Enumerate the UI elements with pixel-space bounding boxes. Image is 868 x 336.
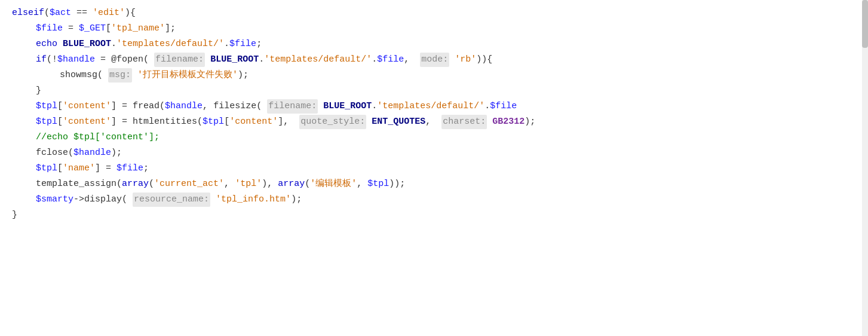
code-token: .: [372, 53, 377, 67]
code-token: elseif: [12, 6, 44, 20]
code-token: 'tpl_name': [111, 22, 165, 36]
code-line: template_assign(array('current_act', 'tp…: [0, 177, 868, 193]
code-token: ] =: [111, 99, 133, 114]
code-token: (: [68, 146, 73, 160]
code-token: BLUE_ROOT: [63, 37, 111, 51]
code-token: ==: [71, 6, 93, 20]
code-token: if: [36, 53, 47, 67]
scrollbar[interactable]: [862, 0, 868, 336]
code-token: [318, 99, 323, 114]
code-token: );: [525, 115, 535, 129]
code-token: 'templates/default/': [264, 53, 372, 67]
code-token: //echo $tpl['content'];: [36, 130, 160, 145]
code-token: ,: [203, 99, 213, 114]
code-token: mode:: [420, 53, 449, 67]
code-token: filename:: [267, 99, 318, 114]
code-token: fclose: [36, 146, 68, 160]
code-token: =: [95, 53, 111, 67]
code-token: ,: [425, 115, 441, 129]
code-token: msg:: [108, 68, 132, 83]
code-token: ;: [256, 37, 262, 51]
code-token: .: [372, 99, 377, 114]
code-token: 'tpl': [235, 177, 262, 191]
code-token: @fopen: [111, 53, 143, 67]
code-token: $file: [36, 22, 63, 36]
code-token: ] =: [95, 161, 116, 176]
code-token: [210, 193, 216, 207]
scrollbar-thumb[interactable]: [862, 0, 868, 48]
code-token: quote_style:: [299, 115, 366, 129]
code-token: htmlentities: [133, 115, 197, 129]
code-token: (: [143, 53, 154, 67]
code-line: if(!$handle = @fopen( filename: BLUE_ROO…: [0, 53, 868, 68]
code-token: array: [122, 177, 149, 191]
code-token: GB2312: [492, 115, 525, 129]
code-token: 'name': [63, 161, 95, 176]
code-token: $handle: [73, 146, 111, 160]
code-token: ->display(: [73, 193, 133, 207]
code-token: (: [116, 177, 122, 191]
code-token: .: [111, 37, 116, 51]
code-token: (: [305, 177, 310, 191]
code-token: echo: [36, 37, 57, 51]
code-token: );: [238, 68, 249, 83]
code-token: .: [484, 99, 490, 114]
code-token: $tpl: [367, 177, 389, 191]
code-token: 'content': [63, 99, 111, 114]
code-token: [: [224, 115, 229, 129]
code-line: //echo $tpl['content'];: [0, 130, 868, 146]
code-token: showmsg: [60, 68, 97, 83]
code-token: ],: [278, 115, 299, 129]
code-token: (!: [47, 53, 57, 67]
code-line: $tpl['content'] = htmlentities($tpl['con…: [0, 115, 868, 130]
code-token: $file: [229, 37, 256, 51]
code-token: ));: [389, 177, 405, 191]
code-token: template_assign: [36, 177, 116, 191]
code-token: );: [291, 193, 302, 207]
code-token: [: [106, 22, 111, 36]
code-editor: elseif($act == 'edit'){$file = $_GET['tp…: [0, 0, 868, 336]
code-token: (: [97, 68, 108, 83]
code-token: ;: [143, 161, 149, 176]
code-token: BLUE_ROOT: [210, 53, 259, 67]
code-token: }: [36, 84, 41, 98]
code-token: 'content': [63, 115, 111, 129]
code-token: [: [57, 161, 63, 176]
code-token: ){: [125, 6, 136, 20]
code-token: )){: [476, 53, 492, 67]
code-line: $smarty->display( resource_name: 'tpl_in…: [0, 193, 868, 208]
code-token: $file: [116, 161, 143, 176]
code-token: ] =: [111, 115, 133, 129]
code-token: ,: [357, 177, 367, 191]
code-line: $tpl['name'] = $file;: [0, 161, 868, 177]
code-token: [366, 115, 372, 129]
code-token: $_GET: [79, 22, 106, 36]
code-token: $file: [490, 99, 517, 114]
code-token: $handle: [165, 99, 203, 114]
code-line: $tpl['content'] = fread($handle, filesiz…: [0, 99, 868, 115]
code-token: 'edit': [93, 6, 125, 20]
code-token: '编辑模板': [310, 177, 357, 191]
code-token: [205, 53, 210, 67]
code-token: =: [63, 22, 79, 36]
code-token: [132, 68, 137, 83]
code-token: $tpl: [203, 115, 224, 129]
code-token: 'content': [229, 115, 278, 129]
code-token: $tpl: [36, 115, 57, 129]
code-token: [449, 53, 455, 67]
code-token: 'current_act': [154, 177, 224, 191]
code-line: showmsg( msg: '打开目标模板文件失败');: [0, 68, 868, 84]
code-content: elseif($act == 'edit'){$file = $_GET['tp…: [0, 6, 868, 224]
code-line: elseif($act == 'edit'){: [0, 6, 868, 22]
code-token: $tpl: [36, 161, 57, 176]
code-token: [: [57, 115, 63, 129]
code-token: resource_name:: [133, 193, 210, 207]
code-token: '打开目标模板文件失败': [137, 68, 238, 83]
code-token: $smarty: [36, 193, 73, 207]
code-token: $tpl: [36, 99, 57, 114]
code-line: fclose($handle);: [0, 146, 868, 161]
code-token: filename:: [154, 53, 205, 67]
code-token: array: [278, 177, 305, 191]
code-token: 'rb': [455, 53, 476, 67]
code-token: (: [160, 99, 165, 114]
